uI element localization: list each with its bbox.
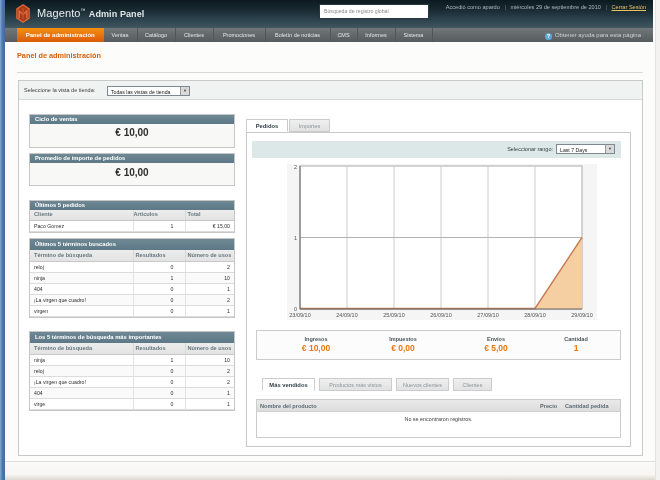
svg-text:25/09/10: 25/09/10: [383, 312, 404, 318]
svg-text:23/09/10: 23/09/10: [289, 312, 310, 318]
svg-text:29/09/10: 29/09/10: [571, 312, 592, 318]
svg-text:1: 1: [294, 235, 297, 241]
svg-text:28/09/10: 28/09/10: [524, 312, 545, 318]
svg-text:26/09/10: 26/09/10: [430, 312, 451, 318]
svg-text:2: 2: [294, 164, 297, 170]
svg-text:27/09/10: 27/09/10: [477, 312, 498, 318]
svg-text:24/09/10: 24/09/10: [336, 312, 357, 318]
